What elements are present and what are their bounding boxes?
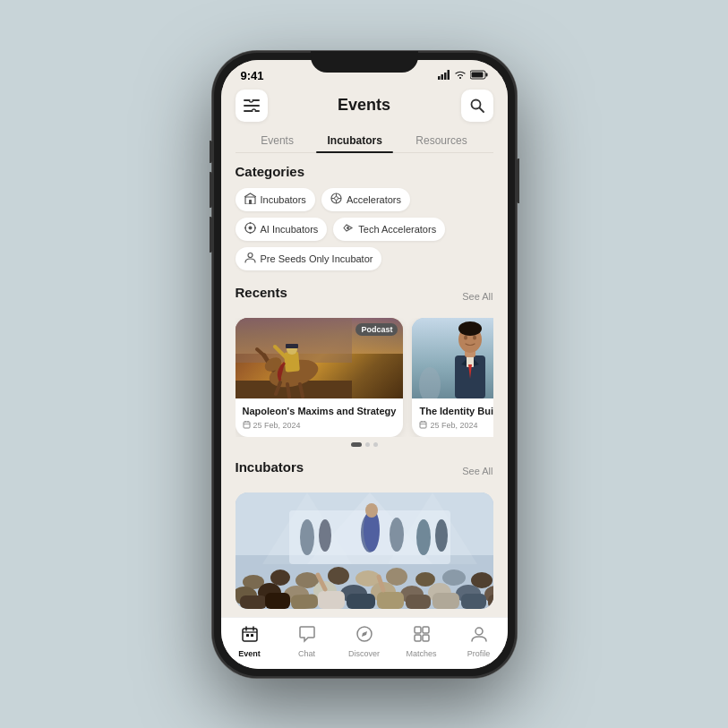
incubators-chip-label: Incubators xyxy=(261,194,306,205)
page-title: Events xyxy=(338,96,390,115)
svg-rect-6 xyxy=(485,73,487,76)
svg-point-80 xyxy=(365,503,378,518)
svg-rect-18 xyxy=(249,200,252,204)
ai-chip-label: AI Incubators xyxy=(261,224,319,235)
volume-down-button xyxy=(210,217,212,253)
svg-point-125 xyxy=(475,628,483,635)
recents-header: Recents See All xyxy=(236,285,493,309)
napoleon-title: Napoleon's Maxims and Strategy xyxy=(243,405,397,417)
svg-rect-102 xyxy=(265,593,290,609)
svg-line-37 xyxy=(287,384,289,397)
svg-point-20 xyxy=(334,196,338,200)
incubators-header: Incubators See All xyxy=(236,459,493,484)
pre-seeds-chip-icon xyxy=(244,252,256,266)
svg-point-30 xyxy=(254,227,256,228)
napoleon-date: 25 Feb, 2024 xyxy=(243,421,397,430)
nav-event[interactable]: Event xyxy=(221,625,278,658)
category-tech-accelerators[interactable]: Tech Accelerators xyxy=(333,218,445,241)
incubators-chip-icon xyxy=(244,193,256,207)
svg-rect-123 xyxy=(415,635,421,641)
svg-rect-117 xyxy=(246,634,249,637)
incubators-title: Incubators xyxy=(236,459,304,475)
ai-chip-icon xyxy=(244,222,256,236)
category-incubators[interactable]: Incubators xyxy=(236,188,315,211)
svg-rect-7 xyxy=(471,72,483,77)
incubators-image[interactable] xyxy=(236,492,493,609)
nav-chat[interactable]: Chat xyxy=(278,625,336,658)
svg-point-27 xyxy=(249,222,251,224)
recent-card-napoleon[interactable]: Podcast Napoleon's Maxims and Strategy 2… xyxy=(236,318,404,437)
svg-point-57 xyxy=(464,335,467,339)
svg-line-16 xyxy=(479,107,484,112)
svg-rect-103 xyxy=(290,594,318,609)
svg-rect-124 xyxy=(423,635,429,641)
chat-icon xyxy=(298,625,316,647)
keshav-image: Article xyxy=(412,318,492,398)
event-icon xyxy=(241,625,259,647)
svg-point-87 xyxy=(415,572,435,587)
carousel-dots xyxy=(236,442,493,447)
accelerators-chip-icon xyxy=(330,193,342,207)
battery-icon xyxy=(470,70,488,81)
svg-rect-122 xyxy=(423,627,429,633)
svg-point-50 xyxy=(419,367,441,398)
category-pre-seeds[interactable]: Pre Seeds Only Incubator xyxy=(236,247,382,270)
dot-1 xyxy=(351,442,362,447)
signal-icon xyxy=(438,70,450,81)
status-icons xyxy=(438,70,488,81)
svg-rect-113 xyxy=(243,629,257,641)
keshav-title: The Identity Builder: Keshav Reddy xyxy=(419,405,492,417)
tab-events[interactable]: Events xyxy=(250,129,304,152)
svg-rect-11 xyxy=(244,105,260,107)
header: Events Events Incubators Resources xyxy=(221,82,508,153)
category-accelerators[interactable]: Accelerators xyxy=(321,188,410,211)
discover-icon xyxy=(355,625,373,647)
event-nav-label: Event xyxy=(238,649,261,658)
svg-rect-12 xyxy=(244,110,253,112)
nav-matches[interactable]: Matches xyxy=(393,625,450,658)
nav-discover[interactable]: Discover xyxy=(336,625,393,658)
svg-point-31 xyxy=(347,227,349,229)
dot-2 xyxy=(365,442,370,447)
tech-chip-icon xyxy=(342,222,354,236)
profile-nav-label: Profile xyxy=(467,649,491,658)
svg-point-14 xyxy=(252,109,255,112)
svg-point-78 xyxy=(435,519,448,552)
phone-screen: 9:41 xyxy=(221,60,508,669)
dot-3 xyxy=(373,442,378,447)
svg-point-74 xyxy=(319,519,331,552)
svg-rect-3 xyxy=(447,70,450,80)
nav-profile[interactable]: Profile xyxy=(450,625,508,658)
napoleon-image: Podcast xyxy=(236,318,404,398)
search-button[interactable] xyxy=(461,90,493,122)
category-ai-incubators[interactable]: AI Incubators xyxy=(236,218,328,241)
bottom-nav: Event Chat Discover xyxy=(221,617,508,669)
recents-see-all[interactable]: See All xyxy=(462,291,492,302)
svg-point-77 xyxy=(416,519,431,555)
incubators-see-all[interactable]: See All xyxy=(462,466,492,476)
svg-rect-1 xyxy=(441,74,443,80)
wifi-icon xyxy=(454,70,467,81)
tab-resources[interactable]: Resources xyxy=(405,129,477,152)
categories-list: Incubators Accelerators xyxy=(236,188,493,270)
svg-point-28 xyxy=(249,232,251,234)
svg-point-86 xyxy=(386,568,407,586)
matches-nav-label: Matches xyxy=(406,649,436,658)
filter-button[interactable] xyxy=(236,90,268,122)
svg-rect-2 xyxy=(444,73,447,80)
svg-rect-59 xyxy=(420,422,426,428)
svg-rect-118 xyxy=(251,634,253,637)
svg-rect-107 xyxy=(406,595,431,609)
notch xyxy=(311,51,418,73)
svg-point-84 xyxy=(328,567,349,585)
tabs-bar: Events Incubators Resources xyxy=(236,129,493,153)
recent-card-keshav[interactable]: Article The Identity Builder: Keshav Red… xyxy=(412,318,492,437)
tab-incubators[interactable]: Incubators xyxy=(316,129,392,152)
svg-rect-101 xyxy=(240,595,267,609)
svg-point-26 xyxy=(248,226,252,229)
napoleon-badge: Podcast xyxy=(355,323,398,336)
phone-frame: 9:41 xyxy=(212,51,517,678)
tech-chip-label: Tech Accelerators xyxy=(358,224,436,235)
svg-point-82 xyxy=(270,570,290,586)
svg-point-4 xyxy=(459,77,461,79)
